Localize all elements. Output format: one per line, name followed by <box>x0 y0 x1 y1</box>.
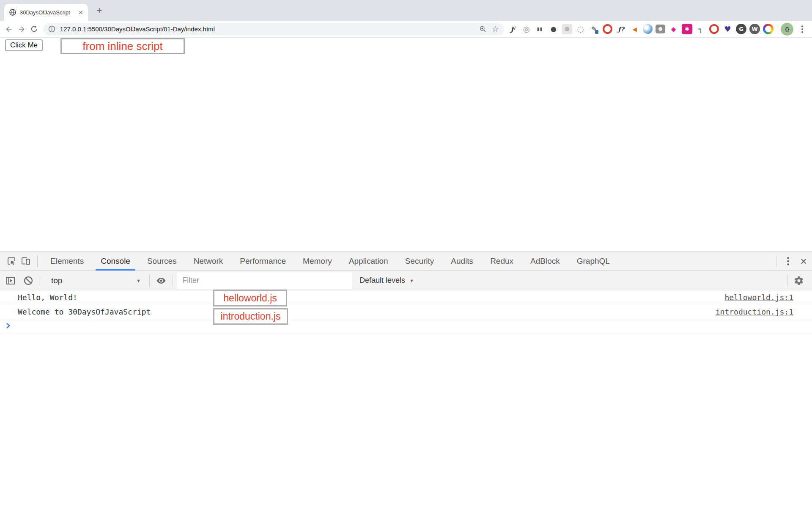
console-filter-input[interactable] <box>177 272 352 289</box>
back-button[interactable] <box>3 23 15 36</box>
console-message-row: Hello, World! helloworld.js:1 <box>0 290 812 304</box>
console-sidebar-icon[interactable] <box>3 273 18 288</box>
console-message-row: Welcome to 30DaysOfJavaScript introducti… <box>0 304 812 319</box>
console-messages: Hello, World! helloworld.js:1 Welcome to… <box>0 290 812 332</box>
chevron-down-icon: ▼ <box>409 278 414 283</box>
toolbar-separator <box>173 275 173 287</box>
bug-extension-icon[interactable]: ● <box>548 24 559 34</box>
devtools-tab-performance[interactable]: Performance <box>235 251 291 271</box>
camera-extension-icon[interactable] <box>656 25 665 33</box>
inline-script-box: from inline script <box>60 38 185 54</box>
annotation-helloworld: helloworld.js <box>213 290 287 306</box>
page-content: Click Me from inline script <box>0 38 812 251</box>
devtools-menu-icon[interactable] <box>781 254 795 268</box>
globe-favicon-icon <box>9 9 16 16</box>
site-info-icon[interactable] <box>47 25 57 34</box>
browser-tab[interactable]: 30DaysOfJavaScript × <box>4 4 88 21</box>
live-expression-eye-icon[interactable] <box>154 273 168 288</box>
devtools-tab-memory[interactable]: Memory <box>298 251 337 271</box>
toolbar-separator <box>777 25 777 34</box>
devtools-tabbar: Elements Console Sources Network Perform… <box>0 251 812 271</box>
clear-console-icon[interactable] <box>21 273 36 288</box>
extensions-bar: Ƒ ◎ ▮▮ ● ☸ ◌ ✎ ƒ? ◀ ◆ ✱ ┓ ♥ G W <box>508 24 774 34</box>
g-circle-extension-icon[interactable]: G <box>736 24 746 34</box>
devtools-tab-graphql[interactable]: GraphQL <box>572 251 615 271</box>
blue-orb-extension-icon[interactable] <box>643 24 653 34</box>
device-toolbar-icon[interactable] <box>19 254 33 268</box>
w-circle-extension-icon[interactable]: W <box>749 24 760 34</box>
forward-button[interactable] <box>15 23 28 36</box>
eyedropper-extension-icon[interactable]: ✎ <box>589 24 599 34</box>
megaphone-extension-icon[interactable]: ◀ <box>629 24 640 34</box>
source-link[interactable]: introduction.js:1 <box>716 307 793 316</box>
chrome-menu-icon[interactable] <box>796 23 809 36</box>
pipe-extension-icon[interactable]: ┓ <box>695 24 706 34</box>
log-levels-dropdown[interactable]: Default levels ▼ <box>359 276 414 285</box>
target-extension-icon[interactable]: ◎ <box>521 24 532 34</box>
devtools-tab-adblock[interactable]: AdBlock <box>525 251 565 271</box>
chevron-down-icon: ▼ <box>136 278 141 283</box>
devtools-tab-elements[interactable]: Elements <box>45 251 89 271</box>
tab-close-icon[interactable]: × <box>79 9 83 16</box>
devtools-tab-console[interactable]: Console <box>96 251 135 271</box>
console-message-text: Hello, World! <box>18 293 77 302</box>
context-label: top <box>51 276 62 285</box>
console-toolbar: top ▼ Default levels ▼ <box>0 271 812 290</box>
devtools-tab-network[interactable]: Network <box>189 251 228 271</box>
heart-extension-icon[interactable]: ♥ <box>722 24 733 34</box>
browser-tabstrip: 30DaysOfJavaScript × + <box>0 0 812 21</box>
bookmark-star-icon[interactable]: ☆ <box>491 25 500 34</box>
devtools-tab-sources[interactable]: Sources <box>142 251 182 271</box>
f-question-extension-icon[interactable]: ƒ? <box>616 24 626 34</box>
settings-gear-icon[interactable] <box>792 273 806 288</box>
devtools-close-icon[interactable]: × <box>795 256 812 267</box>
devtools-tab-security[interactable]: Security <box>400 251 439 271</box>
annotation-introduction: introduction.js <box>213 308 288 325</box>
new-tab-button[interactable]: + <box>93 4 106 17</box>
devtools-separator <box>37 255 38 267</box>
tab-title: 30DaysOfJavaScript <box>20 9 75 16</box>
prompt-chevron-icon <box>6 323 11 329</box>
profile-avatar[interactable]: {} <box>781 23 793 36</box>
toolbar-separator <box>149 275 150 287</box>
levels-label: Default levels <box>359 276 405 285</box>
source-link[interactable]: helloworld.js:1 <box>724 293 793 302</box>
address-bar[interactable]: 127.0.0.1:5500/30DaysOfJavaScript/01-Day… <box>43 23 504 35</box>
color-ring-extension-icon[interactable] <box>763 24 774 34</box>
red-ring-extension-icon[interactable] <box>602 24 613 34</box>
click-me-button[interactable]: Click Me <box>5 39 43 51</box>
zoom-icon[interactable] <box>478 25 487 34</box>
browser-toolbar: 127.0.0.1:5500/30DaysOfJavaScript/01-Day… <box>0 21 812 38</box>
devtools-tab-redux[interactable]: Redux <box>485 251 518 271</box>
pause-extension-icon[interactable]: ▮▮ <box>535 24 545 34</box>
execution-context-select[interactable]: top ▼ <box>44 276 145 285</box>
devtools-tab-audits[interactable]: Audits <box>446 251 478 271</box>
url-text[interactable]: 127.0.0.1:5500/30DaysOfJavaScript/01-Day… <box>60 25 215 33</box>
inspect-element-icon[interactable] <box>4 254 19 268</box>
gear-tile-extension-icon[interactable]: ☸ <box>562 24 572 34</box>
devtools-panel: Elements Console Sources Network Perform… <box>0 251 812 508</box>
script-f-extension-icon[interactable]: Ƒ <box>508 24 518 34</box>
console-prompt[interactable] <box>0 319 812 332</box>
console-message-text: Welcome to 30DaysOfJavaScript <box>18 307 151 316</box>
toolbar-separator <box>40 275 40 287</box>
pink-tile-extension-icon[interactable]: ✱ <box>682 24 692 34</box>
dotted-circle-extension-icon[interactable]: ◌ <box>575 24 586 34</box>
pink-diamond-extension-icon[interactable]: ◆ <box>668 24 679 34</box>
devtools-separator <box>776 255 776 267</box>
devtools-tab-application[interactable]: Application <box>344 251 393 271</box>
toolbar-separator <box>787 275 787 287</box>
red-ring2-extension-icon[interactable] <box>709 24 719 34</box>
reload-button[interactable] <box>28 23 41 36</box>
devtools-tabbar-right: × <box>772 254 812 268</box>
